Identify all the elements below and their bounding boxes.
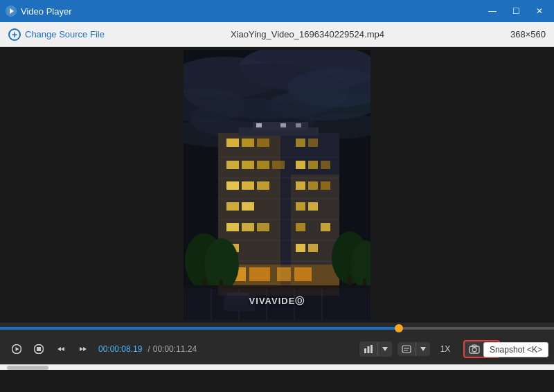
svg-marker-83 bbox=[57, 347, 61, 351]
svg-marker-86 bbox=[83, 347, 87, 351]
svg-rect-78 bbox=[218, 285, 339, 296]
snapshot-tooltip-text: Snapshot <K> bbox=[490, 345, 542, 355]
svg-rect-34 bbox=[242, 181, 254, 190]
caption-combo bbox=[397, 342, 430, 356]
svg-rect-38 bbox=[321, 181, 330, 190]
svg-rect-54 bbox=[277, 267, 291, 281]
play-button[interactable] bbox=[7, 339, 26, 359]
svg-rect-25 bbox=[308, 139, 318, 147]
svg-rect-32 bbox=[321, 161, 330, 169]
svg-point-96 bbox=[472, 348, 476, 352]
maximize-button[interactable]: ☐ bbox=[507, 4, 525, 18]
svg-rect-88 bbox=[368, 346, 370, 353]
svg-rect-89 bbox=[370, 345, 373, 353]
svg-marker-85 bbox=[80, 347, 83, 351]
svg-rect-37 bbox=[308, 181, 318, 190]
svg-rect-91 bbox=[402, 346, 411, 353]
stop-button[interactable] bbox=[29, 339, 48, 359]
time-current: 00:00:08.19 bbox=[98, 344, 142, 354]
rewind-button[interactable] bbox=[51, 339, 71, 359]
svg-rect-31 bbox=[308, 161, 318, 169]
svg-marker-80 bbox=[16, 347, 19, 351]
minimize-button[interactable]: — bbox=[483, 4, 501, 18]
progress-thumb[interactable] bbox=[395, 324, 403, 332]
svg-rect-47 bbox=[321, 223, 330, 231]
progress-track[interactable] bbox=[0, 327, 554, 330]
svg-rect-22 bbox=[242, 139, 254, 147]
file-name: XiaoYing_Video_1696340229524.mp4 bbox=[105, 29, 510, 39]
video-frame: VIVAVIDEⓄ bbox=[184, 50, 370, 320]
svg-rect-29 bbox=[272, 161, 285, 169]
svg-rect-40 bbox=[242, 202, 254, 211]
stats-button[interactable] bbox=[359, 341, 377, 357]
svg-rect-39 bbox=[226, 202, 239, 211]
svg-rect-33 bbox=[226, 181, 239, 190]
stats-dropdown-button[interactable] bbox=[378, 344, 392, 354]
svg-rect-21 bbox=[226, 139, 239, 147]
close-button[interactable]: ✕ bbox=[530, 4, 548, 18]
stats-combo bbox=[359, 341, 392, 357]
progress-fill bbox=[0, 327, 399, 330]
bottom-scrollbar[interactable] bbox=[0, 364, 554, 370]
title-bar: Video Player — ☐ ✕ bbox=[0, 0, 554, 22]
svg-rect-46 bbox=[296, 223, 305, 231]
svg-rect-59 bbox=[280, 123, 286, 127]
watermark: VIVAVIDEⓄ bbox=[249, 295, 305, 308]
svg-rect-60 bbox=[296, 123, 301, 127]
window-title: Video Player bbox=[21, 6, 483, 17]
progress-area[interactable] bbox=[0, 323, 554, 334]
file-resolution: 368×560 bbox=[510, 29, 546, 39]
svg-marker-90 bbox=[382, 347, 388, 351]
svg-rect-35 bbox=[257, 181, 269, 190]
app-icon bbox=[6, 6, 17, 17]
svg-rect-41 bbox=[296, 202, 305, 211]
video-area[interactable]: VIVAVIDEⓄ bbox=[0, 47, 554, 323]
snapshot-button[interactable] bbox=[465, 341, 484, 357]
svg-rect-43 bbox=[226, 223, 239, 231]
forward-button[interactable] bbox=[73, 339, 93, 359]
svg-marker-84 bbox=[61, 347, 64, 351]
change-source-button[interactable]: + Change Source File bbox=[8, 28, 105, 41]
svg-rect-23 bbox=[257, 139, 269, 147]
svg-rect-82 bbox=[37, 347, 41, 351]
caption-dropdown-button[interactable] bbox=[416, 344, 430, 354]
time-separator: / bbox=[148, 344, 150, 354]
snapshot-tooltip: Snapshot <K> bbox=[483, 342, 548, 357]
svg-rect-42 bbox=[308, 202, 318, 211]
change-source-label: Change Source File bbox=[25, 29, 105, 39]
svg-rect-45 bbox=[257, 223, 269, 231]
svg-rect-44 bbox=[242, 223, 254, 231]
speed-button[interactable]: 1X bbox=[433, 339, 458, 359]
change-source-icon: + bbox=[8, 28, 21, 41]
svg-rect-30 bbox=[296, 161, 305, 169]
time-total: 00:00:11.24 bbox=[153, 344, 197, 354]
scroll-thumb[interactable] bbox=[7, 366, 48, 370]
svg-rect-53 bbox=[249, 267, 270, 281]
controls-bar: 00:00:08.19 / 00:00:11.24 bbox=[0, 334, 554, 364]
svg-rect-24 bbox=[296, 139, 305, 147]
window-controls: — ☐ ✕ bbox=[483, 4, 548, 18]
svg-rect-28 bbox=[257, 161, 269, 169]
svg-rect-58 bbox=[256, 123, 262, 127]
svg-rect-55 bbox=[294, 267, 312, 281]
svg-rect-50 bbox=[308, 244, 318, 252]
svg-rect-36 bbox=[296, 181, 305, 190]
caption-button[interactable] bbox=[397, 342, 416, 356]
top-bar: + Change Source File XiaoYing_Video_1696… bbox=[0, 22, 554, 47]
svg-rect-87 bbox=[364, 348, 366, 353]
svg-rect-27 bbox=[242, 161, 254, 169]
svg-rect-49 bbox=[296, 244, 305, 252]
svg-rect-26 bbox=[226, 161, 239, 169]
svg-marker-94 bbox=[420, 347, 426, 351]
